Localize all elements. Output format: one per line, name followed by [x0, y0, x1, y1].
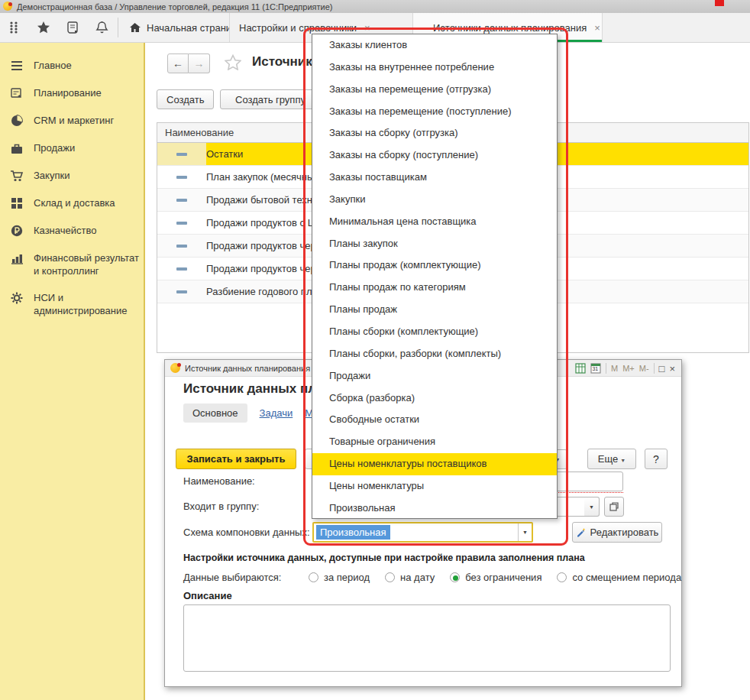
nav-history-buttons: ← → [167, 53, 210, 73]
combo-dropdown-icon[interactable]: ▼ [518, 523, 532, 541]
favorites-icon[interactable] [29, 13, 58, 42]
dropdown-item[interactable]: Товарные ограничения [312, 431, 557, 453]
dropdown-item[interactable]: Заказы на сборку (поступление) [312, 144, 557, 167]
briefcase-icon [9, 141, 24, 155]
app-window: Демонстрационная база / Управление торго… [0, 0, 750, 700]
name-field-label: Наименование: [183, 475, 255, 487]
create-button[interactable]: Создать [157, 89, 214, 109]
window-titlebar: Демонстрационная база / Управление торго… [0, 0, 750, 13]
scheme-combobox[interactable]: Произвольная ▼ [312, 522, 533, 543]
dropdown-item[interactable]: Минимальная цена поставщика [312, 211, 557, 233]
radio-option[interactable]: на дату [385, 572, 435, 583]
crm-pie-icon [9, 114, 24, 128]
home-icon [129, 22, 141, 33]
dropdown-item[interactable]: Планы закупок [312, 233, 557, 255]
sidebar-item-admin[interactable]: НСИ и администрирование [0, 284, 144, 324]
item-dash-icon [176, 199, 187, 202]
dropdown-item[interactable]: Произвольная [312, 497, 557, 519]
gear-icon [9, 291, 24, 305]
sidebar-item-crm[interactable]: CRM и маркетинг [0, 107, 144, 134]
close-icon[interactable]: × [669, 364, 675, 374]
service-menu-icon[interactable] [0, 13, 29, 42]
dropdown-item[interactable]: Планы продаж (комплектующие) [312, 254, 557, 277]
forward-button[interactable]: → [189, 53, 210, 73]
radio-option[interactable]: за период [309, 572, 370, 583]
help-button[interactable]: ? [645, 449, 668, 469]
item-dash-icon [176, 245, 187, 248]
sidebar: Главное Планирование CRM и маркетинг Про… [0, 43, 145, 700]
1c-dialog-icon [170, 363, 180, 373]
dropdown-item[interactable]: Планы сборки (комплектующие) [312, 321, 557, 343]
scheme-selected-value: Произвольная [316, 525, 390, 540]
maximize-icon[interactable]: □ [659, 364, 665, 374]
item-dash-icon [176, 222, 187, 225]
radio-group: за период на дату без ограничения со сме… [309, 572, 681, 583]
history-icon[interactable] [58, 13, 87, 42]
chevron-down-icon: ▼ [620, 458, 626, 463]
create-group-button[interactable]: Создать группу [220, 89, 321, 109]
dropdown-item[interactable]: Цены номенклатуры поставщиков [312, 453, 557, 475]
tab-home[interactable]: Начальная страница [120, 13, 230, 42]
item-dash-icon [176, 267, 187, 271]
sidebar-item-purchases[interactable]: Закупки [0, 162, 144, 190]
tab-close-icon[interactable]: × [364, 22, 370, 34]
description-textarea[interactable] [183, 604, 671, 672]
dropdown-item[interactable]: Цены номенклатуры [312, 475, 557, 497]
dropdown-item[interactable]: Заказы поставщикам [312, 167, 557, 189]
notifications-icon[interactable] [87, 13, 116, 42]
sidebar-item-sales[interactable]: Продажи [0, 134, 144, 162]
window-title: Демонстрационная база / Управление торго… [17, 2, 332, 11]
radio-circle-icon [309, 572, 318, 582]
toolbar-separator [118, 18, 118, 37]
radio-group-label: Данные выбираются: [183, 572, 309, 583]
dropdown-item[interactable]: Планы продаж [312, 299, 557, 321]
item-dash-icon [176, 153, 187, 156]
dropdown-item[interactable]: Заказы на перемещение (отгрузка) [312, 79, 557, 101]
sidebar-item-treasury[interactable]: Казначейство [0, 217, 144, 245]
item-dash-icon [176, 176, 187, 179]
cart-icon [9, 169, 24, 183]
tab-tasks-link[interactable]: Задачи [260, 407, 293, 419]
calendar-icon[interactable]: 31 [590, 363, 601, 374]
sidebar-item-finance[interactable]: Финансовый результат и контроллинг [0, 245, 144, 284]
table-icon[interactable] [575, 363, 586, 374]
sidebar-item-warehouse[interactable]: Склад и доставка [0, 190, 144, 217]
group-dropdown-icon[interactable]: ▼ [584, 497, 600, 517]
dropdown-item[interactable]: Сборка (разборка) [312, 387, 557, 410]
back-button[interactable]: ← [167, 53, 189, 73]
memory-mplus-button[interactable]: M+ [622, 364, 635, 373]
dropdown-item[interactable]: Заказы на сборку (отгрузка) [312, 122, 557, 144]
window-red-mark [715, 0, 724, 6]
dropdown-item[interactable]: Планы сборки, разборки (комплекты) [312, 343, 557, 365]
dropdown-item[interactable]: Закупки [312, 189, 557, 211]
radio-circle-icon [557, 572, 567, 582]
memory-m-button[interactable]: M [611, 364, 618, 373]
dropdown-item[interactable]: Планы продаж по категориям [312, 277, 557, 299]
radio-circle-icon [450, 572, 460, 582]
app-logo-icon [3, 2, 12, 11]
open-in-list-icon[interactable] [604, 497, 624, 517]
sidebar-item-planning[interactable]: Планирование [0, 79, 144, 107]
group-field-label: Входит в группу: [183, 501, 259, 512]
edit-scheme-button[interactable]: Редактировать [572, 522, 662, 543]
dialog-titlebar-icons: 31 M M+ M- □ × [575, 360, 675, 377]
more-button[interactable]: Еще▼ [587, 449, 636, 469]
bar-chart-icon [9, 251, 24, 265]
description-label: Описание [183, 590, 232, 601]
dropdown-item[interactable]: Свободные остатки [312, 409, 557, 431]
dialog-tabs: Основное Задачи Мои [183, 403, 325, 423]
radio-option[interactable]: без ограничения [450, 572, 541, 583]
tab-main[interactable]: Основное [183, 403, 247, 423]
data-selection-row: Данные выбираются: за период на дату без… [183, 572, 681, 583]
favorite-star-icon[interactable] [225, 54, 241, 70]
radio-option[interactable]: со смещением периода [557, 572, 681, 583]
dropdown-item[interactable]: Заказы клиентов [312, 34, 557, 57]
sidebar-item-main[interactable]: Главное [0, 52, 144, 79]
save-and-close-button[interactable]: Записать и закрыть [176, 449, 296, 469]
memory-mminus-button[interactable]: M- [639, 364, 649, 373]
dropdown-item[interactable]: Заказы на перемещение (поступление) [312, 101, 557, 123]
tab-close-icon[interactable]: × [594, 22, 600, 34]
menu-icon [9, 59, 24, 73]
dropdown-item[interactable]: Заказы на внутреннее потребление [312, 57, 557, 79]
dropdown-item[interactable]: Продажи [312, 365, 557, 387]
